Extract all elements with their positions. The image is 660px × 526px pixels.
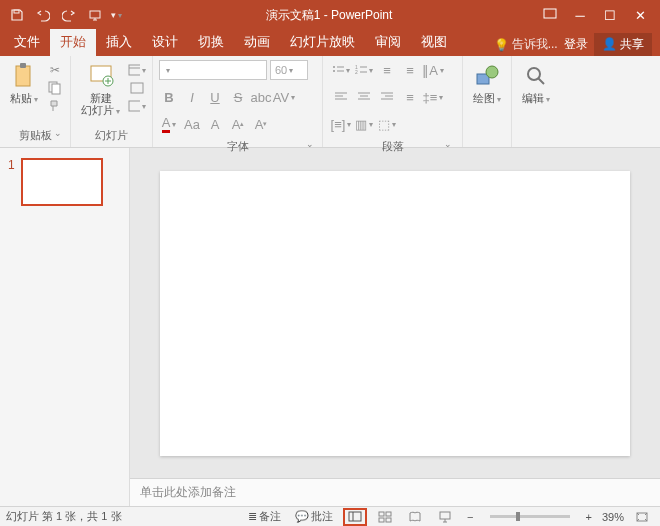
slide-thumbnails-pane[interactable]: 1 [0,148,130,506]
tab-review[interactable]: 审阅 [365,29,411,56]
tab-home[interactable]: 开始 [50,29,96,56]
group-label-clipboard: 剪贴板 [6,126,64,145]
numbering-button[interactable]: 12 [354,60,374,80]
qat-customize-icon[interactable]: ▾ [110,4,122,26]
ribbon-display-icon[interactable] [538,8,562,23]
reset-icon[interactable] [128,80,146,96]
tab-animation[interactable]: 动画 [234,29,280,56]
text-direction-button[interactable]: ‖A [423,60,443,80]
section-icon[interactable] [128,98,146,114]
svg-rect-40 [440,512,450,519]
svg-point-13 [333,66,335,68]
italic-button[interactable]: I [182,87,202,107]
signin-link[interactable]: 登录 [564,36,588,53]
shrink-font-button[interactable]: A▾ [251,114,271,134]
slide-scroll[interactable] [130,148,660,478]
zoom-level[interactable]: 39% [602,511,624,523]
underline-button[interactable]: U [205,87,225,107]
svg-rect-37 [386,512,391,516]
svg-rect-36 [379,512,384,516]
layout-icon[interactable] [128,62,146,78]
window-controls: ─ ☐ ✕ [530,8,660,23]
start-from-beginning-icon[interactable] [84,4,106,26]
svg-point-32 [528,68,540,80]
align-left-button[interactable] [331,87,351,107]
group-slides: 新建 幻灯片 幻灯片 [71,56,153,147]
svg-point-31 [486,66,498,78]
edit-area: 1 单击此处添加备注 [0,148,660,506]
align-text-button[interactable]: [≡] [331,114,351,134]
undo-icon[interactable] [32,4,54,26]
tab-design[interactable]: 设计 [142,29,188,56]
cut-icon[interactable]: ✂ [46,62,64,78]
slide-sorter-view-button[interactable] [373,508,397,526]
increase-indent-button[interactable]: ≡ [400,60,420,80]
tab-transition[interactable]: 切换 [188,29,234,56]
close-icon[interactable]: ✕ [628,8,652,23]
svg-rect-41 [637,513,647,521]
slide-number: 1 [8,158,15,206]
change-case-button[interactable]: Aa [182,114,202,134]
paste-button[interactable]: 粘贴 [6,60,42,107]
notes-pane[interactable]: 单击此处添加备注 [130,478,660,506]
comments-toggle[interactable]: 💬 批注 [291,508,337,526]
columns-button[interactable]: ▥ [354,114,374,134]
copy-icon[interactable] [46,80,64,96]
grow-font-button[interactable]: A▴ [228,114,248,134]
format-painter-icon[interactable] [46,98,64,114]
svg-point-8 [103,76,113,86]
drawing-button[interactable]: 绘图 [469,60,505,107]
tell-me[interactable]: 💡 告诉我... [494,36,558,53]
svg-rect-3 [16,66,30,86]
share-button[interactable]: 👤 共享 [594,33,652,56]
char-spacing-button[interactable]: AV [274,87,294,107]
slide[interactable] [160,171,630,456]
svg-rect-6 [52,84,60,94]
redo-icon[interactable] [58,4,80,26]
editing-button[interactable]: 编辑 [518,60,554,107]
svg-rect-5 [49,82,57,92]
reading-view-button[interactable] [403,508,427,526]
fit-to-window-button[interactable] [630,508,654,526]
smartart-button[interactable]: ⬚ [377,114,397,134]
tab-slideshow[interactable]: 幻灯片放映 [280,29,365,56]
font-color-button[interactable]: A [159,114,179,134]
decrease-indent-button[interactable]: ≡ [377,60,397,80]
slide-preview [21,158,103,206]
strike-button[interactable]: S [228,87,248,107]
maximize-icon[interactable]: ☐ [598,8,622,23]
zoom-slider[interactable] [490,515,570,518]
group-label-slides: 幻灯片 [77,126,146,145]
zoom-out-button[interactable]: − [463,508,477,526]
shadow-button[interactable]: abc [251,87,271,107]
title-bar: ▾ 演示文稿1 - PowerPoint ─ ☐ ✕ [0,0,660,30]
slide-thumbnail-1[interactable]: 1 [8,158,121,206]
minimize-icon[interactable]: ─ [568,8,592,23]
group-drawing: 绘图 [463,56,512,147]
svg-rect-11 [131,83,143,93]
tab-insert[interactable]: 插入 [96,29,142,56]
tab-view[interactable]: 视图 [411,29,457,56]
slide-counter[interactable]: 幻灯片 第 1 张，共 1 张 [6,509,122,524]
svg-rect-12 [129,101,140,111]
new-slide-button[interactable]: 新建 幻灯片 [77,60,124,119]
align-right-button[interactable] [377,87,397,107]
group-clipboard: 粘贴 ✂ 剪贴板 [0,56,71,147]
align-center-button[interactable] [354,87,374,107]
tab-file[interactable]: 文件 [4,29,50,56]
font-family-combo[interactable] [159,60,267,80]
svg-rect-1 [90,11,100,18]
slideshow-view-button[interactable] [433,508,457,526]
svg-rect-34 [349,512,361,521]
zoom-in-button[interactable]: + [582,508,596,526]
justify-button[interactable]: ≡ [400,87,420,107]
clear-format-button[interactable]: A [205,114,225,134]
font-size-combo[interactable]: 60 [270,60,308,80]
normal-view-button[interactable] [343,508,367,526]
notes-toggle[interactable]: ≣ 备注 [244,508,285,526]
slide-canvas-area: 单击此处添加备注 [130,148,660,506]
save-icon[interactable] [6,4,28,26]
bold-button[interactable]: B [159,87,179,107]
bullets-button[interactable] [331,60,351,80]
line-spacing-button[interactable]: ‡≡ [423,87,443,107]
